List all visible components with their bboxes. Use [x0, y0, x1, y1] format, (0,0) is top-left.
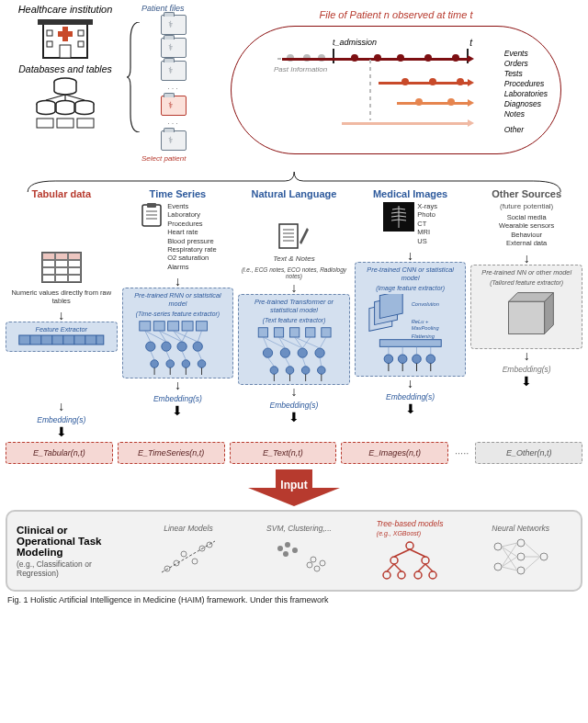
svg-point-43 — [182, 360, 190, 368]
top-section: Healthcare institution Databases and tab… — [0, 0, 588, 170]
task-title: Clinical or Operational Task Modeling — [17, 525, 129, 558]
input-label: Input — [0, 479, 588, 491]
svg-rect-69 — [306, 328, 315, 337]
event-dot — [424, 54, 432, 62]
arrow-down-icon: ↓ — [175, 378, 181, 391]
task-modeling-box: Clinical or Operational Task Modeling (e… — [6, 510, 582, 592]
event-cat: Notes — [504, 109, 548, 119]
svg-line-49 — [198, 331, 201, 342]
col-other: Other Sources (future potential) Social … — [470, 188, 582, 438]
model-label: Pre-trained RNN or statistical model — [127, 291, 230, 308]
svg-point-44 — [198, 360, 206, 368]
arrow-down-icon: ↓ — [290, 385, 297, 398]
embed-label: Embedding(s) — [270, 401, 319, 410]
table-icon — [41, 252, 82, 283]
model-label: Tree-based models (e.g., XGBoost) — [377, 519, 444, 537]
svg-line-52 — [173, 331, 198, 342]
folder-icon: ⚕ — [161, 38, 187, 58]
event-dot — [429, 78, 436, 85]
cnn-layers-icon: Convolution ReLu + MaxPooling Flattening — [359, 294, 462, 373]
other-model-box: Pre-trained NN or other model (Tailored … — [470, 265, 582, 349]
transformer-box: Pre-trained Transformer or statistical m… — [238, 294, 350, 385]
folder-icon: ⚕ — [161, 130, 187, 151]
selected-folder-icon: ⚕ — [161, 96, 187, 116]
svg-point-40 — [193, 342, 202, 351]
model-label: Pre-trained NN or other model — [481, 268, 571, 277]
svg-point-150 — [517, 539, 525, 547]
model-sub: (Text feature extractor) — [263, 317, 326, 323]
svg-rect-32 — [139, 322, 150, 331]
notes-axis — [397, 102, 469, 105]
database-icon — [33, 76, 97, 133]
e-other: E_Other(n,t) — [475, 442, 582, 464]
svg-point-140 — [414, 571, 422, 579]
tree-sub: (e.g., XGBoost) — [377, 530, 421, 537]
list-item: Laboratory — [167, 210, 216, 219]
svg-line-55 — [182, 351, 186, 359]
svg-line-56 — [198, 351, 201, 359]
model-label: Neural Networks — [492, 524, 549, 533]
svg-point-106 — [412, 355, 421, 364]
embed-label: Embedding(s) — [386, 392, 435, 401]
list-item: MRI — [417, 228, 437, 236]
arrow-down-icon: ↓ — [58, 400, 64, 412]
databases-label: Databases and tables — [6, 63, 125, 74]
arrow-down-icon: ↓ — [524, 252, 530, 265]
nlp-caption-sub: (i.e., ECG notes, ECO notes, Radiology n… — [238, 266, 350, 279]
e-images: E_Images(n,t) — [341, 442, 448, 464]
svg-point-141 — [429, 571, 436, 579]
svg-point-74 — [315, 348, 324, 357]
svg-line-142 — [394, 549, 410, 557]
svg-rect-36 — [196, 322, 207, 331]
svg-point-76 — [286, 367, 294, 375]
model-label: SVM, Clustering,... — [266, 524, 332, 533]
healthcare-institution-label: Healthcare institution — [6, 4, 125, 15]
col-tabular: Tabular data Numeric values directly fro… — [6, 188, 118, 438]
arrow-down-icon: ↓ — [58, 309, 64, 322]
embed-label: Embedding(s) — [153, 394, 202, 403]
svg-line-147 — [425, 564, 433, 571]
rnn-net-icon — [127, 320, 230, 375]
feature-extractor-box: Feature Extractor — [6, 322, 118, 352]
svg-point-128 — [285, 542, 290, 548]
cube-icon — [491, 288, 562, 340]
svg-point-133 — [311, 557, 316, 562]
svg-point-105 — [398, 355, 407, 364]
arrow-down-icon: ⬇ — [405, 402, 416, 415]
list-item: CT — [417, 220, 437, 228]
svg-point-135 — [406, 542, 413, 549]
event-cat: Diagnoses — [504, 99, 548, 109]
svg-point-77 — [302, 367, 311, 375]
list-item: Heart rate — [167, 228, 216, 236]
svg-text:ReLu +: ReLu + — [412, 319, 429, 324]
embedding-row: E_Tabular(n,t) E_TimeSeries(n,t) E_Text(… — [0, 442, 588, 468]
arrow-down-icon: ↓ — [524, 349, 530, 362]
list-item: O2 saturation — [167, 254, 216, 262]
event-cat: Orders — [504, 59, 548, 69]
nlp-caption: Text & Notes — [273, 254, 315, 263]
svg-rect-17 — [57, 119, 74, 128]
svg-point-152 — [517, 567, 525, 574]
xray-icon — [383, 202, 414, 232]
embed-label: Embedding(s) — [503, 365, 551, 374]
svg-rect-19 — [19, 335, 104, 345]
arrow-down-icon: ⬇ — [288, 411, 300, 424]
other-items: Social media Wearable sensors Behaviour … — [499, 213, 554, 248]
timeline-pill: t_admission t Past Information — [231, 26, 561, 154]
svg-point-78 — [318, 367, 326, 375]
patient-timeline-title: File of Patient n observed at time t — [209, 9, 582, 20]
arrow-down-icon: ⬇ — [56, 425, 67, 438]
svg-line-15 — [65, 95, 85, 100]
top-brace — [0, 170, 588, 186]
hospital-icon — [38, 17, 93, 60]
svg-point-148 — [494, 543, 502, 550]
event-cat: Events — [504, 49, 548, 59]
e-text: E_Text(n,t) — [230, 442, 337, 464]
svg-point-73 — [298, 348, 307, 357]
patient-timeline-block: File of Patient n observed at time t t_a… — [209, 4, 582, 170]
svg-point-41 — [150, 360, 158, 368]
timeseries-items: Events Laboratory Procedures Heart rate … — [167, 202, 216, 271]
ellipsis: ····· — [453, 447, 470, 458]
image-items: X-rays Photo CT MRI US — [417, 202, 437, 245]
event-dot — [351, 54, 358, 62]
